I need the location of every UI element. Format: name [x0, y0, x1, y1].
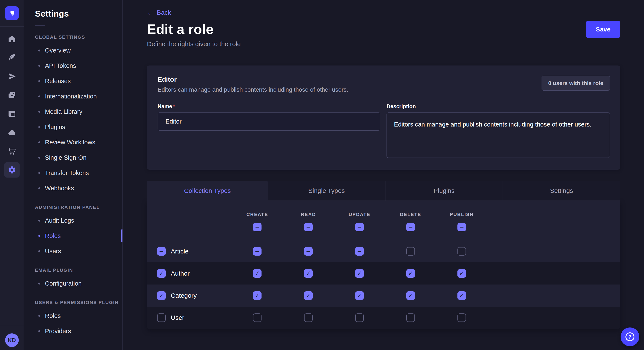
user-create-checkbox[interactable]: [253, 313, 262, 322]
tab-settings[interactable]: Settings: [502, 181, 620, 201]
column-read: READ: [283, 201, 334, 240]
avatar[interactable]: KD: [5, 334, 19, 347]
sidebar-item-transfer-tokens[interactable]: Transfer Tokens: [24, 165, 122, 180]
tab-collection-types[interactable]: Collection Types: [147, 181, 268, 201]
sidebar-item-media-library[interactable]: Media Library: [24, 104, 122, 119]
author-update-checkbox[interactable]: [355, 269, 364, 278]
category-create-checkbox[interactable]: [253, 291, 262, 300]
nav-home-button[interactable]: [4, 31, 20, 47]
column-header-create: CREATE: [246, 212, 268, 217]
sidebar-item-internationalization[interactable]: Internationalization: [24, 89, 122, 104]
select-all-publish-checkbox[interactable]: [458, 223, 466, 231]
select-all-read-checkbox[interactable]: [304, 223, 313, 231]
user-update-checkbox[interactable]: [355, 313, 364, 322]
settings-gear-icon: [7, 165, 16, 175]
select-all-delete-checkbox[interactable]: [406, 223, 415, 231]
name-input[interactable]: [158, 113, 380, 131]
bullet-icon: [38, 283, 40, 285]
page-subtitle: Define the rights given to the role: [147, 40, 620, 48]
shopping-cart-icon: [8, 147, 16, 156]
description-field: Description Editors can manage and publi…: [386, 103, 610, 158]
bullet-icon: [38, 49, 40, 51]
section-global-settings: GLOBAL SETTINGS: [35, 32, 122, 42]
nav-layout-button[interactable]: [4, 106, 20, 121]
sidebar-item-roles-up[interactable]: Roles: [24, 308, 122, 324]
author-read-checkbox[interactable]: [304, 269, 313, 278]
column-header-update: UPDATE: [348, 212, 370, 217]
article-delete-checkbox[interactable]: [406, 247, 415, 256]
author-delete-checkbox[interactable]: [406, 269, 415, 278]
column-header-publish: PUBLISH: [450, 212, 474, 217]
sidebar-item-audit-logs[interactable]: Audit Logs: [24, 213, 122, 228]
permissions-table-header: CREATE READ UPDATE DELETE PUBLISH: [147, 201, 620, 240]
sidebar-item-plugins[interactable]: Plugins: [24, 119, 122, 135]
article-publish-checkbox[interactable]: [458, 247, 466, 256]
nav-content-type-builder-button[interactable]: [4, 69, 20, 84]
sidebar-item-releases[interactable]: Releases: [24, 73, 122, 89]
sidebar-item-providers[interactable]: Providers: [24, 324, 122, 339]
category-publish-checkbox[interactable]: [458, 291, 466, 300]
permissions-tabs: Collection Types Single Types Plugins Se…: [147, 181, 620, 201]
nav-content-manager-button[interactable]: [4, 50, 20, 65]
user-delete-checkbox[interactable]: [406, 313, 415, 322]
rail-icon-list: [4, 31, 20, 177]
select-all-update-checkbox[interactable]: [355, 223, 364, 231]
section-email-plugin: EMAIL PLUGIN: [35, 266, 122, 275]
subnav-title: Settings: [35, 9, 122, 18]
sidebar-item-api-tokens[interactable]: API Tokens: [24, 58, 122, 73]
row-checkbox-category[interactable]: [157, 291, 166, 300]
save-button[interactable]: Save: [586, 21, 620, 38]
divider: [0, 325, 24, 325]
spacer: [487, 240, 620, 262]
strapi-logo[interactable]: [5, 6, 19, 20]
back-link[interactable]: ← Back: [147, 9, 171, 16]
select-all-create-checkbox[interactable]: [253, 223, 262, 231]
sidebar-item-roles-admin[interactable]: Roles: [24, 228, 122, 243]
bullet-icon: [38, 80, 40, 82]
users-with-role-button[interactable]: 0 users with this role: [542, 76, 610, 91]
permissions-card: Collection Types Single Types Plugins Se…: [147, 181, 620, 329]
article-create-checkbox[interactable]: [253, 247, 262, 256]
author-create-checkbox[interactable]: [253, 269, 262, 278]
help-button[interactable]: ?: [620, 328, 639, 346]
sidebar-item-review-workflows[interactable]: Review Workflows: [24, 135, 122, 150]
sidebar-item-users[interactable]: Users: [24, 243, 122, 259]
category-update-checkbox[interactable]: [355, 291, 364, 300]
bullet-icon: [38, 111, 40, 113]
tab-single-types[interactable]: Single Types: [268, 181, 385, 201]
active-indicator: [121, 229, 122, 242]
article-update-checkbox[interactable]: [355, 247, 364, 256]
feather-pen-icon: [8, 53, 16, 62]
sidebar-item-single-sign-on[interactable]: Single Sign-On: [24, 150, 122, 165]
sidebar-item-configuration[interactable]: Configuration: [24, 276, 122, 291]
category-read-checkbox[interactable]: [304, 291, 313, 300]
user-read-checkbox[interactable]: [304, 313, 313, 322]
article-read-checkbox[interactable]: [304, 247, 313, 256]
strapi-logo-icon: [8, 9, 16, 17]
layout-panel-icon: [8, 109, 16, 118]
table-row-category: Category: [147, 285, 620, 307]
back-arrow-icon: ←: [147, 9, 154, 16]
nav-deploy-button[interactable]: [4, 125, 20, 140]
back-label: Back: [157, 9, 171, 16]
page-title: Edit a role: [147, 21, 214, 37]
column-update: UPDATE: [334, 201, 385, 240]
bullet-icon: [38, 330, 40, 332]
sidebar-item-webhooks[interactable]: Webhooks: [24, 180, 122, 196]
nav-marketplace-button[interactable]: [4, 144, 20, 159]
settings-subnav: Settings GLOBAL SETTINGS Overview API To…: [24, 0, 123, 350]
description-textarea[interactable]: Editors can manage and publish contents …: [386, 113, 610, 158]
nav-media-library-button[interactable]: [4, 87, 20, 103]
row-checkbox-user[interactable]: [157, 313, 166, 322]
main-nav-rail: KD: [0, 0, 24, 350]
row-checkbox-article[interactable]: [157, 247, 166, 256]
role-description-text: Editors can manage and publish contents …: [158, 86, 348, 93]
row-checkbox-author[interactable]: [157, 269, 166, 278]
author-publish-checkbox[interactable]: [458, 269, 466, 278]
role-name-heading: Editor: [158, 76, 348, 83]
category-delete-checkbox[interactable]: [406, 291, 415, 300]
user-publish-checkbox[interactable]: [458, 313, 466, 322]
nav-settings-button[interactable]: [4, 162, 20, 177]
tab-plugins[interactable]: Plugins: [385, 181, 503, 201]
sidebar-item-overview[interactable]: Overview: [24, 43, 122, 58]
